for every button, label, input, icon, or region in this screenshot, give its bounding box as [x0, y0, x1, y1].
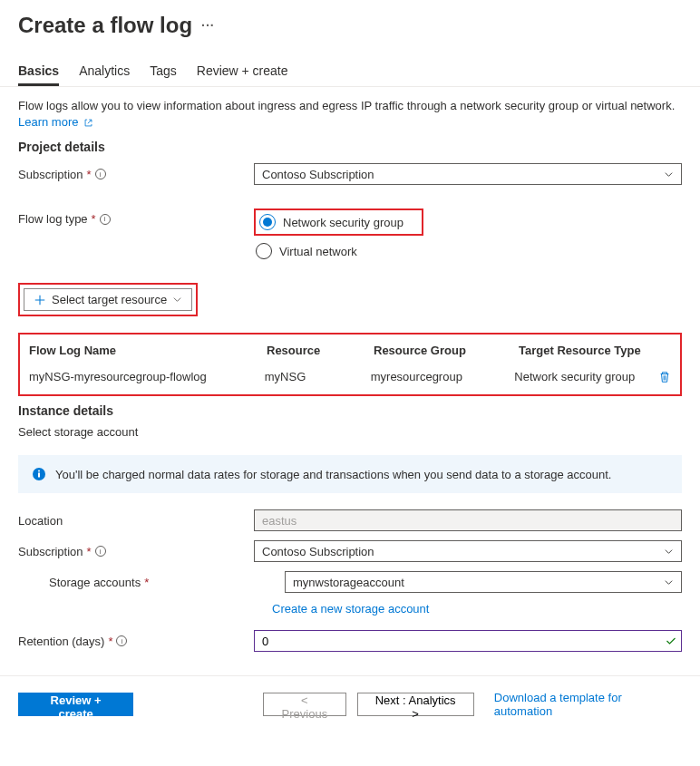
intro-text: Flow logs allow you to view information …: [18, 98, 682, 131]
tab-analytics[interactable]: Analytics: [79, 63, 130, 86]
target-resource-table: Flow Log Name Resource Resource Group Ta…: [18, 333, 682, 396]
svg-rect-2: [38, 473, 40, 478]
delete-icon[interactable]: [658, 371, 671, 383]
storageaccounts-label: Storage accounts: [49, 576, 141, 589]
subscription-select[interactable]: Contoso Subscription: [254, 163, 682, 185]
info-icon[interactable]: i: [116, 635, 127, 646]
next-button[interactable]: Next : Analytics >: [357, 693, 474, 716]
radio-nsg[interactable]: Network security group: [258, 212, 409, 232]
more-icon[interactable]: ···: [201, 18, 215, 33]
chevron-down-icon: [664, 577, 674, 587]
footer: Review + create < Previous Next : Analyt…: [0, 675, 700, 732]
table-row: myNSG-myresourcegroup-flowlog myNSG myre…: [29, 370, 671, 383]
flowlogtype-row: Flow log type * i Network security group…: [18, 208, 682, 261]
chevron-down-icon: [664, 170, 674, 179]
info-icon[interactable]: i: [95, 546, 106, 557]
select-target-resource-button[interactable]: Select target resource: [24, 288, 192, 311]
tab-review[interactable]: Review + create: [197, 63, 288, 86]
col-flowlogname: Flow Log Name: [29, 344, 267, 357]
radio-vnet[interactable]: Virtual network: [254, 241, 423, 261]
storageaccounts-row: Storage accounts * mynwstorageaccount: [18, 571, 682, 593]
location-field: eastus: [254, 509, 682, 531]
col-targettype: Target Resource Type: [519, 344, 664, 357]
radio-icon: [256, 243, 272, 259]
subscription2-label: Subscription: [18, 545, 83, 558]
page-title: Create a flow log ···: [0, 13, 700, 42]
radio-icon: [259, 214, 276, 230]
download-template-link[interactable]: Download a template for automation: [494, 691, 682, 718]
external-link-icon: [83, 118, 93, 128]
title-text: Create a flow log: [18, 13, 192, 38]
svg-point-1: [38, 470, 40, 472]
create-storage-link[interactable]: Create a new storage account: [272, 602, 429, 616]
tab-tags[interactable]: Tags: [150, 63, 177, 86]
subscription-label: Subscription: [18, 168, 83, 181]
retention-input[interactable]: [254, 630, 682, 652]
storageaccounts-select[interactable]: mynwstorageaccount: [285, 571, 682, 593]
retention-row: Retention (days) * i: [18, 630, 682, 652]
chevron-down-icon: [172, 295, 182, 305]
info-icon[interactable]: i: [95, 169, 106, 179]
select-target-highlight: Select target resource: [18, 283, 198, 316]
storage-info-banner: You'll be charged normal data rates for …: [18, 455, 682, 493]
nsg-highlight: Network security group: [254, 208, 423, 236]
previous-button: < Previous: [263, 693, 345, 716]
project-details-heading: Project details: [18, 140, 682, 154]
info-icon: [32, 467, 46, 481]
instance-details-heading: Instance details: [18, 403, 682, 418]
subscription2-select[interactable]: Contoso Subscription: [254, 540, 682, 562]
learn-more-link[interactable]: Learn more: [18, 115, 93, 129]
location-row: Location eastus: [18, 509, 682, 531]
check-icon: [666, 635, 676, 646]
subscription-row: Subscription * i Contoso Subscription: [18, 163, 682, 185]
col-resource: Resource: [267, 344, 374, 357]
info-icon[interactable]: i: [100, 214, 111, 225]
retention-label: Retention (days): [18, 635, 104, 648]
location-label: Location: [18, 514, 63, 528]
review-create-button[interactable]: Review + create: [18, 693, 133, 716]
select-storage-text: Select storage account: [18, 425, 682, 439]
plus-icon: [34, 294, 46, 306]
tabs: Basics Analytics Tags Review + create: [0, 42, 700, 87]
flowlogtype-label: Flow log type: [18, 212, 88, 226]
chevron-down-icon: [664, 547, 674, 557]
subscription2-row: Subscription * i Contoso Subscription: [18, 540, 682, 562]
tab-basics[interactable]: Basics: [18, 63, 59, 86]
col-resourcegroup: Resource Group: [374, 344, 519, 357]
